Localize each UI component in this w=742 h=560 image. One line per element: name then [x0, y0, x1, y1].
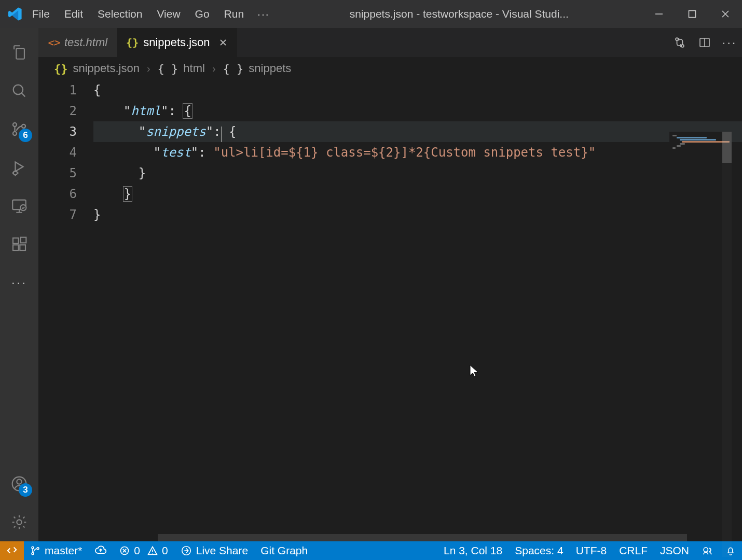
tab-label: test.html [64, 36, 107, 49]
status-branch[interactable]: master* [24, 541, 88, 560]
activity-run-debug[interactable] [0, 148, 38, 187]
cloud-sync-icon [94, 544, 107, 557]
status-live-share[interactable]: Live Share [174, 541, 254, 560]
status-git-graph[interactable]: Git Graph [254, 541, 314, 560]
line-number: 4 [38, 142, 77, 163]
source-control-badge: 6 [19, 129, 32, 142]
json-object-icon: { } [223, 62, 244, 75]
status-problems[interactable]: 0 0 [113, 541, 174, 560]
code-line[interactable]: } [93, 184, 742, 204]
compare-changes-icon[interactable] [667, 28, 692, 57]
horizontal-scrollbar[interactable] [90, 534, 669, 541]
line-number: 6 [38, 184, 77, 204]
more-actions-icon[interactable]: ··· [717, 28, 742, 57]
activity-extensions[interactable] [0, 225, 38, 263]
code-line[interactable]: } [93, 204, 742, 225]
minimap-thumb[interactable] [722, 132, 732, 163]
code-line[interactable]: "test": "ul>li[id=${1} class=${2}]*2{Cus… [93, 142, 742, 163]
svg-rect-11 [21, 237, 26, 243]
code-line[interactable]: } [93, 163, 742, 184]
status-eol-label: CRLF [619, 544, 648, 557]
svg-point-2 [13, 123, 17, 127]
svg-point-23 [704, 548, 708, 552]
menu-run[interactable]: Run [217, 4, 252, 24]
error-icon [119, 545, 130, 556]
title-bar: File Edit Selection View Go Run ··· snip… [0, 0, 742, 28]
code-line[interactable]: "snippets": { [93, 121, 742, 142]
line-number: 2 [38, 101, 77, 121]
breadcrumb-item[interactable]: html [183, 62, 205, 75]
minimap[interactable] [669, 132, 732, 528]
git-branch-icon [30, 545, 40, 556]
editor-content[interactable]: { "html": { "snippets": { "test": "ul>li… [90, 80, 742, 541]
menu-view[interactable]: View [149, 4, 187, 24]
accounts-badge: 3 [19, 483, 32, 497]
split-editor-icon[interactable] [692, 28, 717, 57]
status-errors-count: 0 [134, 544, 140, 557]
breadcrumb[interactable]: {} snippets.json › { } html › { } snippe… [38, 57, 742, 80]
html-file-icon: <> [48, 37, 59, 48]
menu-file[interactable]: File [25, 4, 57, 24]
menu-go[interactable]: Go [188, 4, 217, 24]
code-line[interactable]: { [93, 80, 742, 101]
status-bar: master* 0 0 Live Share Git Graph Ln 3, [0, 541, 742, 560]
vscode-logo-icon [5, 7, 25, 21]
svg-point-1 [13, 85, 23, 94]
svg-point-19 [32, 553, 34, 555]
svg-point-14 [17, 520, 21, 524]
close-button[interactable] [709, 0, 742, 28]
line-number-gutter: 1234567 [38, 80, 90, 541]
editor-tabs: <> test.html {} snippets.json [38, 28, 742, 57]
menu-edit[interactable]: Edit [57, 4, 90, 24]
menu-bar: File Edit Selection View Go Run ··· [25, 4, 276, 24]
json-object-icon: {} [54, 62, 68, 75]
svg-point-4 [22, 124, 25, 128]
line-number: 1 [38, 80, 77, 101]
json-object-icon: { } [158, 62, 178, 75]
status-eol[interactable]: CRLF [613, 544, 654, 557]
breadcrumb-item[interactable]: snippets [249, 62, 291, 75]
feedback-icon [702, 545, 713, 556]
tab-close-icon[interactable] [215, 38, 228, 47]
svg-point-20 [37, 548, 39, 550]
tab-test-html[interactable]: <> test.html [38, 28, 117, 57]
status-language-label: JSON [660, 544, 689, 557]
status-remote[interactable] [0, 541, 24, 560]
json-file-icon: {} [127, 37, 138, 48]
activity-accounts[interactable]: 3 [0, 465, 38, 503]
maximize-button[interactable] [676, 0, 709, 28]
menu-selection[interactable]: Selection [90, 4, 149, 24]
breadcrumb-item[interactable]: snippets.json [73, 62, 140, 75]
activity-bar: 6 ··· 3 [0, 28, 38, 541]
minimap-scrollbar[interactable] [722, 132, 732, 557]
svg-rect-0 [689, 11, 696, 18]
activity-overflow[interactable]: ··· [0, 263, 38, 302]
svg-point-3 [13, 132, 17, 135]
activity-settings[interactable] [0, 503, 38, 541]
svg-rect-10 [20, 245, 25, 250]
status-encoding[interactable]: UTF-8 [570, 544, 613, 557]
code-line[interactable]: "html": { [93, 101, 742, 121]
svg-rect-8 [13, 238, 19, 244]
status-cursor-position[interactable]: Ln 3, Col 18 [437, 544, 509, 557]
minimize-button[interactable] [642, 0, 676, 28]
activity-source-control[interactable]: 6 [0, 110, 38, 148]
svg-point-5 [13, 171, 18, 175]
activity-search[interactable] [0, 72, 38, 110]
status-indent[interactable]: Spaces: 4 [509, 544, 569, 557]
tab-label: snippets.json [143, 36, 210, 49]
warning-icon [147, 545, 158, 556]
chevron-right-icon: › [210, 63, 218, 75]
minimap-content [672, 135, 724, 145]
status-feedback[interactable] [695, 545, 719, 556]
tab-snippets-json[interactable]: {} snippets.json [117, 28, 237, 57]
text-cursor [221, 127, 222, 142]
horizontal-scrollbar-thumb[interactable] [158, 534, 687, 541]
text-editor[interactable]: 1234567 { "html": { "snippets": { "test"… [38, 80, 742, 541]
status-sync[interactable] [88, 541, 113, 560]
status-language[interactable]: JSON [654, 544, 695, 557]
menu-overflow[interactable]: ··· [251, 4, 276, 24]
activity-remote-explorer[interactable] [0, 187, 38, 225]
status-live-share-label: Live Share [196, 544, 248, 557]
activity-explorer[interactable] [0, 33, 38, 72]
